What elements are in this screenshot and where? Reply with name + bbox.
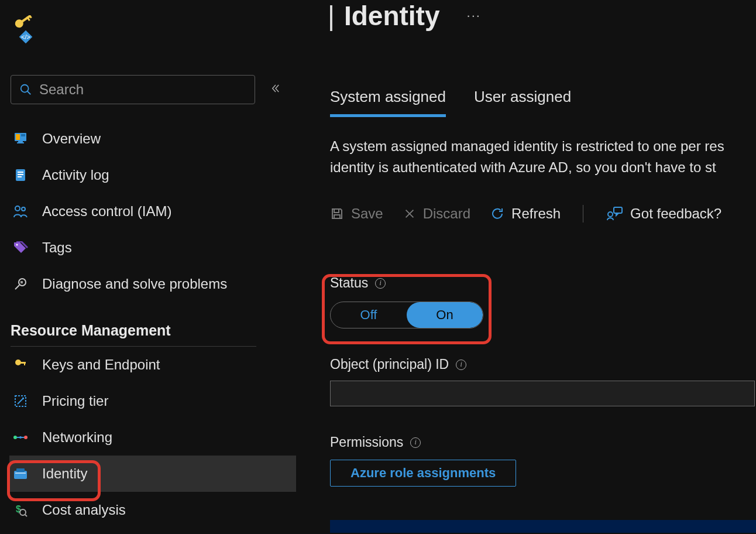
sidebar-item-label: Tags xyxy=(42,239,72,256)
refresh-icon xyxy=(490,207,504,221)
svg-rect-12 xyxy=(17,142,24,143)
object-id-input[interactable] xyxy=(330,381,755,406)
page-title-bar: | Identity ··· xyxy=(328,0,481,32)
discard-icon xyxy=(403,207,416,220)
info-icon[interactable]: i xyxy=(410,437,421,448)
sidebar-item-access-control[interactable]: Access control (IAM) xyxy=(11,193,297,230)
svg-rect-35 xyxy=(614,207,622,213)
toggle-on[interactable]: On xyxy=(407,302,483,328)
svg-rect-10 xyxy=(21,134,25,136)
sidebar-item-cost-analysis[interactable]: $ Cost analysis xyxy=(11,492,297,528)
svg-rect-28 xyxy=(14,471,27,479)
info-icon[interactable]: i xyxy=(456,360,466,370)
cost-icon: $ xyxy=(12,503,29,517)
toolbar-label: Discard xyxy=(423,206,470,222)
azure-role-assignments-button[interactable]: Azure role assignments xyxy=(330,460,516,487)
search-icon xyxy=(19,83,32,96)
sidebar-item-activity-log[interactable]: Activity log xyxy=(11,157,297,193)
svg-point-19 xyxy=(16,244,18,246)
status-toggle[interactable]: Off On xyxy=(330,302,483,328)
svg-rect-9 xyxy=(16,134,20,140)
more-icon[interactable]: ··· xyxy=(467,8,481,23)
toolbar-label: Got feedback? xyxy=(630,206,721,222)
svg-point-26 xyxy=(24,436,28,439)
object-id-label: Object (principal) ID xyxy=(330,357,449,372)
networking-icon xyxy=(12,432,29,443)
svg-point-17 xyxy=(15,206,20,211)
info-icon[interactable]: i xyxy=(375,278,386,289)
toggle-off[interactable]: Off xyxy=(331,302,407,328)
sidebar-item-identity[interactable]: Identity xyxy=(9,456,296,492)
refresh-button[interactable]: Refresh xyxy=(490,206,561,222)
sidebar-item-label: Overview xyxy=(42,131,101,147)
svg-rect-23 xyxy=(24,362,25,365)
sidebar-item-label: Diagnose and solve problems xyxy=(42,276,227,292)
toolbar-divider xyxy=(583,205,583,222)
diagnose-icon xyxy=(12,277,29,291)
page-title: Identity xyxy=(344,0,440,32)
toolbar-label: Save xyxy=(351,206,383,222)
svg-point-27 xyxy=(19,436,22,439)
svg-rect-16 xyxy=(18,176,22,177)
tab-system-assigned[interactable]: System assigned xyxy=(330,88,446,117)
svg-rect-11 xyxy=(18,141,23,142)
save-button[interactable]: Save xyxy=(330,206,383,222)
svg-line-7 xyxy=(28,91,31,95)
sidebar-item-label: Activity log xyxy=(42,167,109,183)
svg-point-34 xyxy=(608,212,613,217)
save-icon xyxy=(330,207,344,221)
pricing-icon xyxy=(12,394,29,408)
activity-log-icon xyxy=(12,168,29,182)
sidebar-item-overview[interactable]: Overview xyxy=(11,121,297,157)
overview-icon xyxy=(12,131,29,146)
svg-rect-15 xyxy=(18,174,23,175)
collapse-sidebar-icon[interactable] xyxy=(270,83,281,97)
bottom-banner xyxy=(330,520,756,533)
identity-icon xyxy=(12,467,29,480)
permissions-label: Permissions xyxy=(330,434,403,450)
sidebar-item-label: Pricing tier xyxy=(42,393,108,409)
svg-rect-30 xyxy=(15,473,26,474)
svg-text:</>: </> xyxy=(21,33,30,40)
feedback-icon xyxy=(606,206,623,221)
title-separator: | xyxy=(328,0,335,32)
sidebar: Search Overview Activity log Access cont… xyxy=(11,75,297,528)
sidebar-item-networking[interactable]: Networking xyxy=(11,419,297,456)
sidebar-section-header: Resource Management xyxy=(11,322,297,339)
main-content: System assigned User assigned A system a… xyxy=(330,88,756,487)
description-text: A system assigned managed identity is re… xyxy=(330,136,756,178)
key-icon xyxy=(12,358,29,372)
sidebar-item-keys-endpoint[interactable]: Keys and Endpoint xyxy=(11,347,297,383)
search-placeholder: Search xyxy=(39,81,84,98)
sidebar-item-diagnose[interactable]: Diagnose and solve problems xyxy=(11,266,297,302)
status-label: Status xyxy=(330,275,368,291)
sidebar-item-label: Access control (IAM) xyxy=(42,203,171,220)
svg-rect-29 xyxy=(16,468,25,472)
sidebar-item-label: Cost analysis xyxy=(42,502,126,518)
tab-user-assigned[interactable]: User assigned xyxy=(474,88,571,117)
svg-point-6 xyxy=(21,85,29,93)
toolbar-label: Refresh xyxy=(511,206,561,222)
svg-point-18 xyxy=(22,207,25,211)
sidebar-item-label: Keys and Endpoint xyxy=(42,357,160,373)
sidebar-item-label: Identity xyxy=(42,465,87,482)
feedback-button[interactable]: Got feedback? xyxy=(606,206,721,222)
tabs: System assigned User assigned xyxy=(330,88,756,117)
discard-button[interactable]: Discard xyxy=(403,206,470,222)
resource-key-icon: </> xyxy=(13,15,37,46)
sidebar-item-pricing-tier[interactable]: Pricing tier xyxy=(11,383,297,419)
svg-point-25 xyxy=(13,436,17,439)
svg-line-33 xyxy=(25,515,27,516)
svg-rect-14 xyxy=(18,172,23,173)
access-control-icon xyxy=(12,204,29,218)
toolbar: Save Discard Refresh Got feedback? xyxy=(330,205,756,222)
sidebar-item-label: Networking xyxy=(42,429,112,446)
sidebar-item-tags[interactable]: Tags xyxy=(11,230,297,266)
tags-icon xyxy=(12,241,29,254)
search-input[interactable]: Search xyxy=(11,75,255,104)
